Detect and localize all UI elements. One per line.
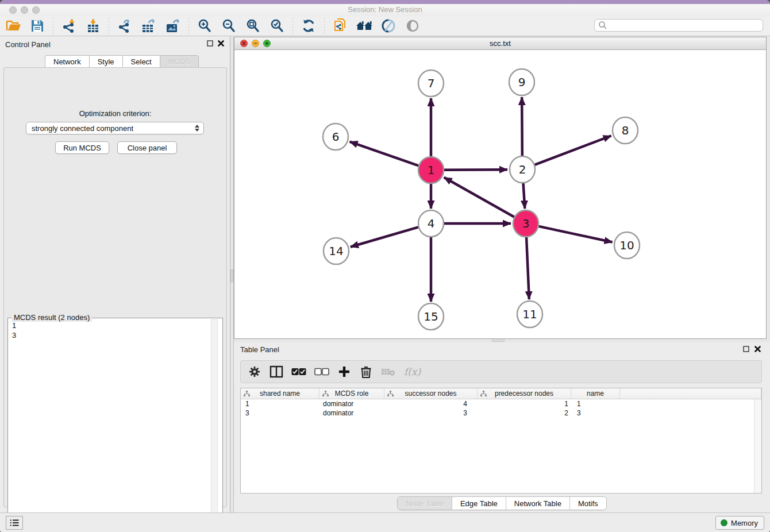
cell-name[interactable]: 1 — [571, 400, 620, 408]
horizontal-splitter-handle[interactable] — [492, 340, 505, 342]
delete-columns-button[interactable] — [359, 364, 373, 379]
column-header-shared-name[interactable]: shared name — [241, 388, 319, 399]
table-options-button[interactable] — [248, 364, 261, 379]
zoom-out-button[interactable] — [220, 18, 237, 34]
cell-mcds-role[interactable]: dominator — [319, 409, 384, 417]
column-header-predecessor-nodes[interactable]: predecessor nodes — [478, 388, 571, 399]
network-window-titlebar[interactable]: scc.txt — [234, 37, 766, 50]
graph-edge-3-1[interactable] — [444, 178, 514, 217]
result-scrollbar[interactable] — [211, 319, 218, 530]
mcds-result-list[interactable]: 1 3 — [8, 321, 16, 340]
import-table-button[interactable] — [84, 18, 102, 34]
tab-network[interactable]: Network — [45, 55, 89, 68]
tab-style[interactable]: Style — [89, 55, 122, 68]
column-label: successor nodes — [405, 390, 456, 398]
zoom-fit-button[interactable] — [244, 18, 261, 34]
tab-select[interactable]: Select — [122, 55, 160, 68]
node-table: shared name MCDS role successor nodes pr… — [240, 388, 762, 494]
table-scrollbar[interactable] — [754, 399, 761, 493]
hide-graphics-details-button[interactable] — [404, 18, 421, 34]
graph-node-15[interactable]: 15 — [418, 303, 444, 330]
graph-edge-4-14[interactable] — [351, 227, 418, 246]
cell-shared-name[interactable]: 3 — [241, 409, 319, 417]
tab-node-table[interactable]: Node Table — [398, 497, 452, 510]
status-bar: Memory — [0, 512, 770, 532]
show-tasks-button[interactable] — [6, 516, 23, 530]
open-session-button[interactable] — [5, 18, 22, 34]
toolbar-separator — [292, 18, 293, 33]
graph-edge-1-6[interactable] — [350, 142, 419, 166]
clear-table-button[interactable] — [381, 364, 396, 379]
column-header-successor-nodes[interactable]: successor nodes — [384, 388, 478, 399]
search-input[interactable] — [607, 20, 763, 30]
table-panel-title: Table Panel — [240, 345, 279, 354]
cell-shared-name[interactable]: 1 — [241, 400, 319, 408]
column-header-mcds-role[interactable]: MCDS role — [319, 388, 384, 399]
column-header-name[interactable]: name — [571, 388, 620, 399]
import-network-button[interactable] — [60, 18, 78, 34]
close-panel-button[interactable]: Close panel — [117, 141, 177, 154]
optimization-criterion-select[interactable]: strongly connected component — [26, 122, 204, 134]
graph-edge-3-10[interactable] — [538, 226, 612, 242]
tab-network-table[interactable]: Network Table — [506, 497, 570, 510]
graph-node-14[interactable]: 14 — [324, 238, 349, 264]
close-table-panel-icon[interactable] — [754, 346, 761, 352]
export-image-button[interactable] — [164, 18, 182, 34]
window-top-edge — [0, 0, 770, 4]
save-session-button[interactable] — [29, 18, 46, 34]
splitter-handle[interactable] — [230, 269, 233, 282]
graph-node-10[interactable]: 10 — [614, 232, 640, 259]
graph-node-6[interactable]: 6 — [323, 124, 348, 150]
cell-successor-nodes[interactable]: 4 — [384, 400, 478, 408]
application-window: Session: New Session — [0, 0, 770, 532]
column-header-filler — [620, 388, 761, 399]
add-column-button[interactable] — [337, 364, 351, 379]
toolbar-separator — [53, 18, 53, 33]
insert-function-button[interactable]: f(x) — [404, 364, 421, 379]
graph-node-9[interactable]: 9 — [509, 69, 534, 95]
float-panel-icon[interactable] — [207, 40, 213, 47]
zoom-selected-button[interactable] — [268, 18, 286, 34]
cell-successor-nodes[interactable]: 3 — [384, 409, 478, 417]
close-panel-icon[interactable] — [218, 40, 224, 47]
graph-node-4[interactable]: 4 — [418, 210, 444, 237]
refresh-view-button[interactable] — [300, 18, 317, 34]
float-table-panel-icon[interactable] — [743, 346, 749, 352]
graph-edge-2-9[interactable] — [522, 97, 522, 156]
graph-edge-2-3[interactable] — [523, 183, 525, 209]
split-columns-button[interactable] — [270, 364, 283, 379]
graph-node-8[interactable]: 8 — [613, 117, 638, 144]
cell-predecessor-nodes[interactable]: 2 — [478, 409, 571, 417]
table-row[interactable]: 1 dominator 4 1 1 — [241, 399, 761, 408]
cell-predecessor-nodes[interactable]: 1 — [478, 400, 571, 408]
graph-edge-3-11[interactable] — [526, 237, 529, 299]
cell-mcds-role[interactable]: dominator — [319, 400, 384, 408]
show-all-networks-button[interactable] — [356, 18, 373, 34]
zoom-in-button[interactable] — [196, 18, 213, 34]
memory-button[interactable]: Memory — [715, 516, 764, 530]
tab-mcds[interactable]: MCDS — [160, 55, 199, 68]
search-field[interactable] — [594, 19, 763, 32]
graph-edge-1-2[interactable] — [444, 169, 507, 170]
graph-node-1[interactable]: 1 — [418, 157, 444, 183]
run-mcds-button[interactable]: Run MCDS — [55, 141, 109, 154]
cell-name[interactable]: 3 — [571, 409, 620, 417]
tab-motifs[interactable]: Motifs — [570, 497, 606, 510]
select-all-rows-button[interactable] — [291, 364, 306, 379]
graph-edge-2-8[interactable] — [535, 136, 611, 165]
table-row[interactable]: 3 dominator 3 2 3 — [241, 408, 761, 418]
clear-table-icon — [381, 367, 396, 376]
graph-node-2[interactable]: 2 — [510, 156, 535, 183]
export-network-button[interactable] — [116, 18, 133, 34]
export-table-icon — [141, 18, 157, 33]
deselect-all-rows-button[interactable] — [314, 364, 329, 379]
graph-node-3[interactable]: 3 — [513, 210, 538, 237]
apply-style-button[interactable] — [380, 18, 397, 34]
graph-node-7[interactable]: 7 — [418, 70, 444, 97]
graph-node-11[interactable]: 11 — [517, 301, 542, 327]
tab-edge-table[interactable]: Edge Table — [452, 497, 506, 510]
network-canvas[interactable]: 7968124314101511 — [234, 50, 766, 338]
column-label: name — [587, 390, 604, 398]
clone-network-button[interactable] — [332, 18, 349, 34]
export-table-button[interactable] — [140, 18, 157, 34]
